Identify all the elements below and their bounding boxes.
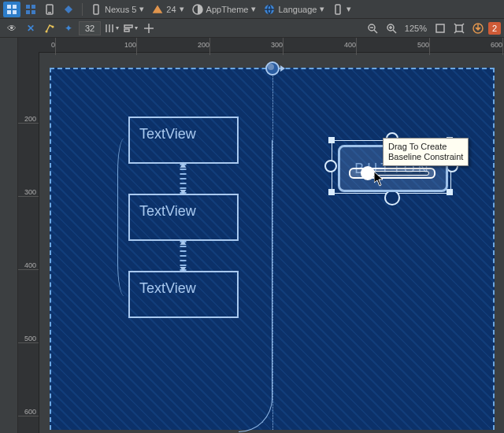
infer-constraints-button[interactable]: [41, 20, 58, 36]
theme-selector[interactable]: AppTheme ▾: [189, 2, 260, 17]
design-view-icon[interactable]: [3, 2, 20, 17]
orientation-toggle-icon[interactable]: [41, 2, 58, 17]
left-gutter: [0, 38, 18, 433]
svg-rect-15: [335, 5, 340, 14]
constraint-chain[interactable]: [183, 241, 184, 271]
svg-line-36: [454, 31, 456, 33]
dropdown-caret-icon: ▾: [135, 24, 138, 31]
editor-toolbar-primary: Nexus 5 ▾ 24 ▾ AppTheme ▾ Language ▾ ▾: [0, 0, 504, 19]
svg-rect-5: [32, 5, 35, 9]
svg-rect-32: [436, 24, 444, 32]
separator: [82, 3, 83, 16]
api-level-selector[interactable]: 24 ▾: [149, 2, 187, 17]
layers-toggle[interactable]: [469, 20, 487, 36]
ruler-v-tick: 300: [18, 188, 39, 197]
resize-handle-se[interactable]: [447, 189, 453, 195]
constraint-anchor-left[interactable]: [324, 160, 337, 172]
baseline-handle[interactable]: [361, 166, 375, 180]
design-surface[interactable]: TextView TextView TextView: [39, 52, 504, 433]
ruler-origin: [18, 38, 39, 53]
editor-toolbar-secondary: 👁 ✕ ✦ 32 ▾ ▾ 125%: [0, 19, 504, 38]
svg-rect-6: [26, 10, 30, 14]
dropdown-caret-icon: ▾: [346, 4, 351, 14]
ruler-v-tick: 200: [18, 115, 39, 124]
dropdown-caret-icon: ▾: [320, 4, 324, 14]
ruler-vertical[interactable]: 200 300 400 500 600: [18, 52, 39, 433]
eye-icon: 👁: [7, 23, 17, 34]
resize-handle-sw[interactable]: [328, 189, 335, 195]
svg-marker-10: [65, 6, 72, 13]
component-label: TextView: [139, 126, 196, 142]
constraint-chain[interactable]: [183, 164, 184, 194]
clear-x-icon: ✕: [27, 23, 35, 34]
baseline-inner[interactable]: [371, 171, 429, 176]
tooltip: Drag To Create Baseline Constraint: [383, 138, 469, 166]
svg-line-34: [454, 24, 456, 25]
svg-point-16: [52, 25, 54, 28]
svg-rect-7: [32, 10, 35, 14]
ruler-v-tick: 600: [18, 408, 39, 416]
dropdown-caret-icon: ▾: [251, 4, 256, 14]
ruler-horizontal[interactable]: 0 100 200 300 400 500 600: [39, 38, 504, 53]
component-textview[interactable]: TextView: [128, 271, 239, 318]
blueprint-view-icon[interactable]: [22, 2, 39, 17]
svg-rect-22: [124, 29, 129, 31]
editor-body: 0 100 200 300 400 500 600 200 300 400 50…: [0, 38, 504, 433]
dropdown-caret-icon: ▾: [180, 4, 184, 14]
canvas-wrap: 0 100 200 300 400 500 600 200 300 400 50…: [18, 38, 504, 433]
language-name: Language: [278, 5, 317, 14]
guideline-anchor[interactable]: [265, 61, 280, 76]
device-name: Nexus 5: [105, 5, 136, 14]
svg-point-17: [46, 30, 48, 32]
constraint-curve: [239, 140, 272, 432]
clear-constraints-button[interactable]: ✕: [22, 20, 39, 36]
svg-rect-33: [456, 25, 462, 31]
ruler-v-tick: 400: [18, 261, 39, 270]
align-menu[interactable]: ▾: [121, 20, 139, 36]
layout-editor-window: Nexus 5 ▾ 24 ▾ AppTheme ▾ Language ▾ ▾ 👁…: [0, 0, 504, 433]
constraint-anchor-bottom[interactable]: [384, 190, 400, 205]
ruler-v-tick: 500: [18, 335, 39, 343]
svg-rect-3: [13, 10, 17, 14]
guidelines-menu[interactable]: [140, 20, 158, 36]
zoom-fit-button[interactable]: [432, 20, 449, 36]
svg-rect-11: [94, 5, 98, 14]
zoom-out-button[interactable]: [364, 20, 381, 36]
svg-line-29: [393, 30, 396, 33]
notification-count: 2: [492, 24, 497, 33]
api-level: 24: [166, 5, 176, 14]
component-textview[interactable]: TextView: [128, 194, 239, 241]
svg-marker-12: [154, 6, 161, 13]
dropdown-caret-icon: ▾: [139, 4, 144, 14]
chain-bracket: [117, 139, 131, 296]
default-margin-value: 32: [85, 24, 94, 33]
svg-rect-0: [7, 5, 11, 9]
blueprint-canvas[interactable]: TextView TextView TextView: [50, 68, 495, 430]
notification-badge[interactable]: 2: [488, 22, 501, 35]
default-margin-field[interactable]: 32: [79, 21, 101, 35]
pack-menu[interactable]: ▾: [102, 20, 120, 36]
component-label: TextView: [139, 203, 196, 220]
dropdown-caret-icon: ▾: [116, 24, 119, 31]
device-selector[interactable]: Nexus 5 ▾: [87, 2, 147, 17]
zoom-level-label: 125%: [405, 24, 427, 33]
resize-handle-nw[interactable]: [328, 137, 335, 143]
svg-rect-21: [124, 25, 132, 28]
visibility-toggle[interactable]: 👁: [3, 20, 20, 36]
svg-line-26: [374, 30, 377, 33]
svg-rect-4: [26, 5, 30, 9]
theme-name: AppTheme: [206, 5, 249, 14]
svg-line-37: [462, 31, 464, 33]
adaptive-icon[interactable]: [60, 2, 77, 17]
svg-rect-2: [7, 10, 11, 14]
variant-selector[interactable]: ▾: [329, 2, 354, 17]
pan-toggle[interactable]: [450, 20, 468, 36]
svg-rect-1: [13, 5, 17, 9]
magnet-icon: ✦: [65, 23, 72, 34]
language-selector[interactable]: Language ▾: [261, 2, 328, 17]
component-textview[interactable]: TextView: [128, 117, 239, 164]
component-label: TextView: [139, 280, 196, 297]
autoconnect-toggle[interactable]: ✦: [60, 20, 77, 36]
svg-line-35: [462, 24, 464, 25]
zoom-in-button[interactable]: [383, 20, 400, 36]
